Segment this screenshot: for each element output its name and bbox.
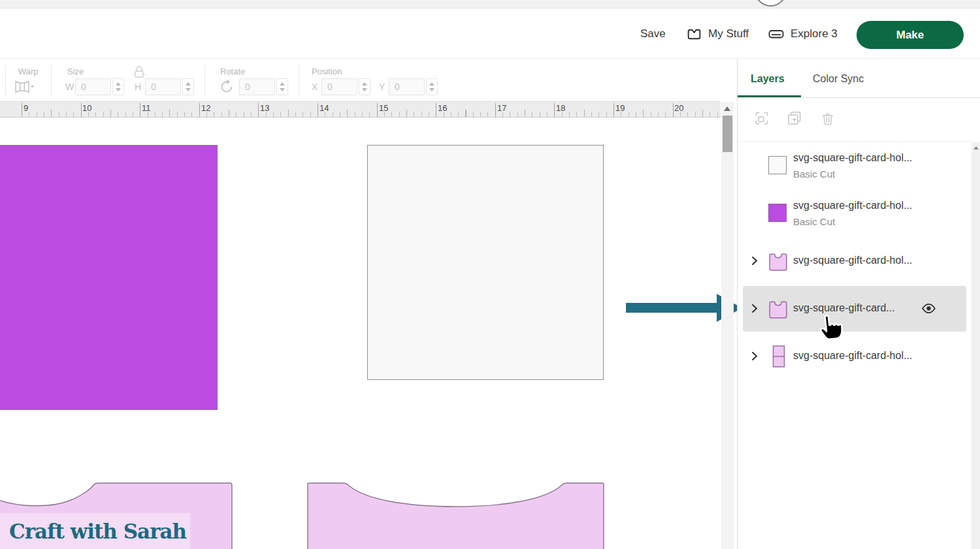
layer-thumbnail-split-rectangle[interactable] <box>772 345 785 370</box>
layer-thumbnail-purple-square[interactable] <box>768 204 787 222</box>
divider <box>5 65 6 95</box>
warp-icon[interactable] <box>14 80 34 97</box>
select-frame-icon[interactable] <box>753 110 770 129</box>
canvas-vertical-scrollbar[interactable] <box>721 102 734 549</box>
explore-machine-button[interactable]: Explore 3 <box>768 9 838 59</box>
scroll-up-arrow-icon[interactable] <box>973 146 979 149</box>
stepper-down-icon[interactable] <box>116 88 121 91</box>
tab-layers[interactable]: Layers <box>751 73 785 85</box>
divider <box>51 65 52 95</box>
layer-thumbnail-white-square[interactable] <box>768 156 787 174</box>
stepper-up-icon[interactable] <box>116 82 121 86</box>
horizontal-ruler: 9 10 11 12 13 14 15 16 17 18 19 20 <box>0 101 721 118</box>
ruler-mark: 13 <box>260 103 269 113</box>
rotate-input[interactable]: 0 <box>239 78 275 95</box>
stepper-up-icon[interactable] <box>280 82 285 86</box>
ruler-mark: 17 <box>497 103 506 113</box>
save-button[interactable]: Save <box>640 9 666 59</box>
divider <box>204 65 205 95</box>
duplicate-plus-icon[interactable] <box>786 110 803 129</box>
height-letter: H <box>135 82 141 92</box>
ruler-mark: 18 <box>556 103 565 113</box>
stepper-up-icon[interactable] <box>429 82 434 86</box>
storage-box-icon <box>686 26 702 42</box>
watermark-banner: Craft with Sarah <box>0 513 190 549</box>
ruler-mark: 10 <box>82 103 91 113</box>
rotate-stepper[interactable] <box>276 78 288 95</box>
width-stepper[interactable] <box>112 78 124 95</box>
hand-pointer-icon <box>815 308 849 347</box>
eye-icon[interactable] <box>921 301 936 319</box>
stepper-up-icon[interactable] <box>186 82 191 86</box>
ruler-mark: 16 <box>438 103 447 113</box>
ruler-mark: 14 <box>319 103 329 113</box>
ruler-mark: 12 <box>201 103 210 113</box>
design-canvas[interactable]: Craft with Sarah <box>0 118 721 549</box>
position-y-input[interactable]: 0 <box>389 78 425 95</box>
layers-panel: Layers Color Sync <box>737 59 980 549</box>
layer-title[interactable]: svg-square-gift-card-hol... <box>793 255 912 266</box>
height-input[interactable]: 0 <box>145 78 181 95</box>
trash-icon[interactable] <box>820 111 836 129</box>
stepper-down-icon[interactable] <box>186 88 191 91</box>
size-label: Size <box>67 67 84 76</box>
make-button[interactable]: Make <box>857 21 964 49</box>
header: Save My Stuff Explore 3 Make <box>0 9 980 59</box>
ruler-mark: 9 <box>24 103 28 113</box>
stepper-up-icon[interactable] <box>362 82 367 86</box>
pink-card-holder-right[interactable] <box>308 483 604 549</box>
rotate-arrow-icon[interactable] <box>219 79 235 97</box>
layer-title[interactable]: svg-square-gift-card-hol... <box>793 152 912 164</box>
tab-color-sync[interactable]: Color Sync <box>813 73 864 85</box>
edit-toolbar: Warp Size W 0 H 0 <box>0 59 737 101</box>
scroll-up-arrow-icon[interactable] <box>724 106 730 111</box>
ruler-mark: 20 <box>674 103 683 113</box>
layer-linetype: Basic Cut <box>793 216 835 227</box>
position-y-stepper[interactable] <box>426 78 438 95</box>
stepper-down-icon[interactable] <box>362 88 367 91</box>
explore-label: Explore 3 <box>791 27 838 40</box>
chevron-right-icon[interactable] <box>751 304 759 316</box>
top-window-strip <box>0 0 980 8</box>
save-label: Save <box>640 27 666 40</box>
my-stuff-label: My Stuff <box>708 27 749 40</box>
warp-label: Warp <box>18 67 39 76</box>
layer-title[interactable]: svg-square-gift-card-hol... <box>793 200 912 212</box>
height-stepper[interactable] <box>182 78 194 95</box>
rotate-label: Rotate <box>220 67 245 76</box>
cricut-design-space-app: Save My Stuff Explore 3 Make Warp <box>0 0 980 549</box>
stepper-down-icon[interactable] <box>429 88 434 91</box>
ruler-mark: 15 <box>379 103 388 113</box>
cutting-machine-icon <box>768 26 785 42</box>
divider <box>738 97 980 98</box>
watermark-text: Craft with Sarah <box>9 520 186 543</box>
ruler-mark: 11 <box>142 103 151 113</box>
position-x-stepper[interactable] <box>359 78 370 95</box>
width-letter: W <box>65 82 74 92</box>
layer-linetype: Basic Cut <box>793 168 835 180</box>
my-stuff-button[interactable]: My Stuff <box>686 9 749 59</box>
x-letter: X <box>312 82 318 92</box>
divider <box>299 65 299 95</box>
chevron-right-icon[interactable] <box>751 256 759 268</box>
panel-scrollbar[interactable] <box>972 142 980 549</box>
stepper-down-icon[interactable] <box>280 88 285 91</box>
layer-thumbnail-card-holder[interactable] <box>768 299 788 321</box>
y-letter: Y <box>379 82 385 92</box>
canvas-purple-square-layer[interactable] <box>0 145 218 410</box>
ruler-mark: 19 <box>615 103 625 113</box>
divider <box>738 141 971 142</box>
layer-thumbnail-card-holder[interactable] <box>768 251 788 274</box>
chevron-right-icon[interactable] <box>751 351 759 364</box>
lock-icon[interactable] <box>132 64 146 84</box>
scrollbar-thumb[interactable] <box>723 116 732 152</box>
position-x-input[interactable]: 0 <box>321 78 357 95</box>
width-input[interactable]: 0 <box>75 78 111 95</box>
layer-title[interactable]: svg-square-gift-card-hol... <box>793 350 912 362</box>
position-label: Position <box>312 67 342 76</box>
canvas-white-square-layer[interactable] <box>367 145 604 380</box>
